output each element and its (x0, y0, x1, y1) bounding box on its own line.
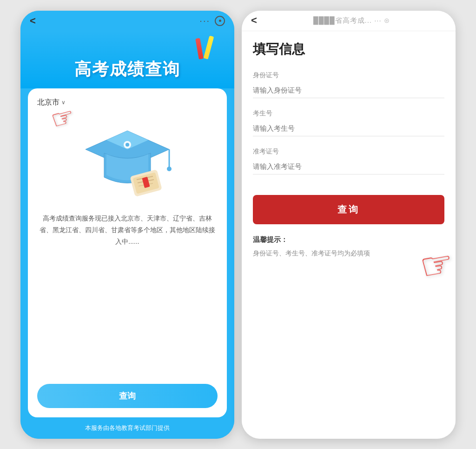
id-number-input[interactable] (253, 82, 444, 98)
footer-text: 本服务由各地教育考试部门提供 (85, 424, 170, 431)
id-number-label: 身份证号 (253, 71, 444, 80)
graduation-cap-illustration (81, 117, 174, 201)
main-content-card: 北京市 ∨ ☞ (28, 88, 227, 417)
description-text: 高考成绩查询服务现已接入北京市、天津市、辽宁省、吉林省、黑龙江省、四川省、甘肃省… (37, 213, 218, 248)
candidate-number-field-group: 考生号 (253, 109, 444, 136)
circle-dot-left (219, 20, 221, 22)
left-header-banner: 高考成绩查询 (20, 31, 234, 88)
cursor-hand-left-icon: ☞ (47, 100, 78, 135)
candidate-number-input[interactable] (253, 121, 444, 136)
page-main-title: 高考成绩查询 (30, 59, 225, 79)
back-arrow-right[interactable]: < (251, 14, 257, 27)
admission-ticket-field-group: 准考证号 (253, 147, 444, 174)
back-arrow-left[interactable]: < (30, 15, 36, 27)
pencil-yellow-icon (204, 35, 214, 59)
svg-point-3 (126, 143, 129, 147)
decoration-container (30, 36, 225, 59)
pencil-red-icon (195, 38, 204, 59)
left-phone: < ··· 高考成绩查询 北京市 ∨ ☞ (20, 11, 234, 439)
target-icon-left[interactable] (215, 16, 225, 26)
admission-ticket-label: 准考证号 (253, 147, 444, 156)
candidate-number-label: 考生号 (253, 109, 444, 118)
admission-ticket-input[interactable] (253, 159, 444, 174)
svg-point-5 (167, 167, 172, 171)
right-content-area: 填写信息 身份证号 考生号 准考证号 查询 温馨提示： 身份证号、考生号、准考证… (242, 31, 456, 439)
left-footer: 本服务由各地教育考试部门提供 (20, 417, 234, 439)
id-number-field-group: 身份证号 (253, 71, 444, 98)
left-status-bar: < ··· (20, 11, 234, 31)
illustration-area: ☞ (37, 112, 218, 205)
right-phone: < ████省高考成... ··· ⊙ 填写信息 身份证号 考生号 准考证号 查… (242, 11, 456, 439)
form-page-title: 填写信息 (253, 40, 444, 58)
reminder-section: 温馨提示： 身份证号、考生号、准考证号均为必填项 ☞ (253, 235, 444, 259)
cursor-hand-right-icon: ☞ (416, 241, 456, 289)
right-status-bar: < ████省高考成... ··· ⊙ (242, 11, 456, 31)
query-button-right[interactable]: 查询 (253, 195, 444, 224)
query-button-left[interactable]: 查询 (37, 384, 218, 408)
dots-menu-left[interactable]: ··· (199, 15, 210, 26)
nav-title-blurred: ████省高考成... ··· ⊙ (257, 16, 446, 25)
reminder-title: 温馨提示： (253, 235, 444, 244)
status-right-left: ··· (199, 15, 225, 26)
reminder-text: 身份证号、考生号、准考证号均为必填项 (253, 248, 444, 259)
